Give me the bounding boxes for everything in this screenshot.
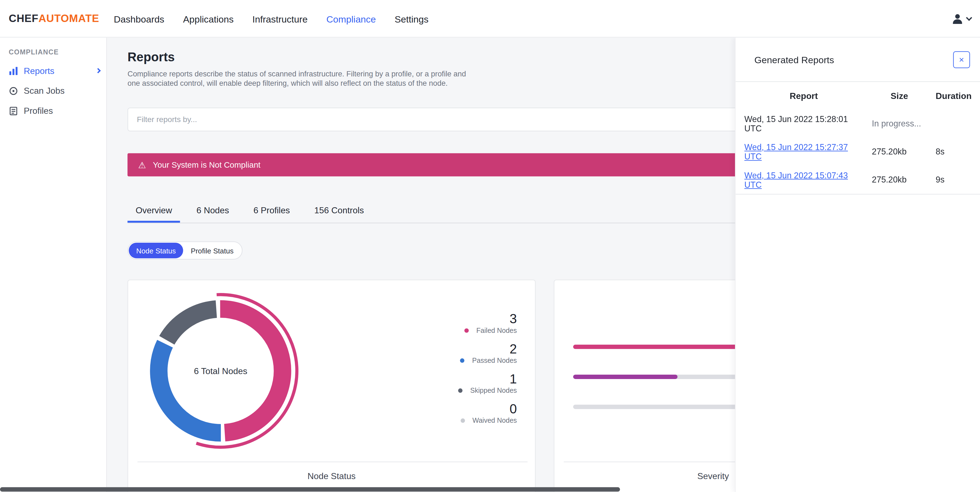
generated-reports-table: Report Size Duration Wed, 15 Jun 2022 15… bbox=[735, 82, 980, 195]
tab-profiles[interactable]: 6 Profiles bbox=[245, 199, 298, 223]
sidebar-item-label: Reports bbox=[24, 66, 54, 75]
legend-item-waived[interactable]: 0 Waived Nodes bbox=[461, 402, 517, 425]
page-description: Compliance reports describe the status o… bbox=[127, 70, 466, 88]
report-size: 275.20kb bbox=[872, 147, 927, 157]
report-timestamp: Wed, 15 Jun 2022 15:28:01 UTC bbox=[745, 114, 863, 133]
report-download-link[interactable]: Wed, 15 Jun 2022 15:27:37 UTC bbox=[745, 142, 863, 161]
panel-header: Generated Reports × bbox=[735, 38, 980, 82]
waived-dot-icon bbox=[461, 419, 465, 423]
sidebar-item-label: Scan Jobs bbox=[24, 86, 65, 96]
nav-settings[interactable]: Settings bbox=[395, 13, 428, 24]
tab-overview[interactable]: Overview bbox=[127, 199, 180, 223]
waived-label: Waived Nodes bbox=[473, 416, 517, 425]
nav-compliance[interactable]: Compliance bbox=[326, 13, 376, 24]
waived-count: 0 bbox=[461, 402, 517, 416]
passed-label: Passed Nodes bbox=[472, 356, 517, 365]
node-status-donut-chart[interactable]: 6 Total Nodes bbox=[136, 286, 305, 455]
panel-title: Generated Reports bbox=[754, 54, 834, 65]
chevron-right-icon bbox=[95, 68, 101, 73]
report-size: In progress... bbox=[872, 119, 927, 128]
column-header-report: Report bbox=[745, 91, 863, 101]
report-duration: 9s bbox=[935, 175, 971, 184]
page-description-line2: one associated control, will enable deep… bbox=[127, 79, 466, 88]
severity-bar-2-fill bbox=[573, 375, 677, 379]
node-status-card: 6 Total Nodes 3 Failed Nodes 2 Passed No… bbox=[127, 280, 536, 492]
passed-dot-icon bbox=[460, 358, 465, 363]
user-profile-icon bbox=[951, 12, 964, 26]
failed-dot-icon bbox=[465, 329, 469, 333]
logo-chef: CHEF bbox=[9, 13, 38, 25]
legend-item-failed[interactable]: 3 Failed Nodes bbox=[465, 312, 517, 335]
tab-nodes[interactable]: 6 Nodes bbox=[188, 199, 237, 223]
close-icon: × bbox=[959, 55, 964, 64]
sidebar-item-label: Profiles bbox=[24, 106, 53, 116]
chef-automate-logo[interactable]: CHEFAUTOMATE bbox=[9, 0, 99, 38]
report-size: 275.20kb bbox=[872, 175, 927, 184]
warning-icon: ⚠ bbox=[138, 161, 146, 169]
chef-automate-app: CHEFAUTOMATE Dashboards Applications Inf… bbox=[0, 0, 980, 492]
report-duration: 8s bbox=[935, 147, 971, 157]
status-toggle-group: Node Status Profile Status bbox=[127, 241, 242, 259]
chevron-down-icon bbox=[966, 14, 972, 21]
close-panel-button[interactable]: × bbox=[953, 51, 970, 68]
column-header-size: Size bbox=[872, 91, 927, 101]
page-title: Reports bbox=[127, 50, 175, 64]
node-status-caption: Node Status bbox=[128, 471, 535, 481]
user-menu[interactable] bbox=[951, 0, 971, 38]
generated-reports-panel: Generated Reports × Report Size Duration… bbox=[735, 38, 980, 492]
table-header-row: Report Size Duration bbox=[745, 82, 971, 109]
column-header-duration: Duration bbox=[935, 91, 972, 101]
sidebar-item-profiles[interactable]: Profiles bbox=[0, 101, 106, 121]
skipped-count: 1 bbox=[458, 372, 517, 386]
bar-chart-icon bbox=[9, 66, 18, 75]
toggle-profile-status[interactable]: Profile Status bbox=[183, 243, 241, 258]
toggle-node-status[interactable]: Node Status bbox=[129, 243, 183, 258]
alert-text: Your System is Not Compliant bbox=[153, 160, 261, 169]
scan-target-icon bbox=[9, 86, 18, 95]
page-description-line1: Compliance reports describe the status o… bbox=[127, 70, 466, 79]
nav-applications[interactable]: Applications bbox=[183, 13, 234, 24]
report-download-link[interactable]: Wed, 15 Jun 2022 15:07:43 UTC bbox=[745, 171, 863, 189]
sidebar-item-scan-jobs[interactable]: Scan Jobs bbox=[0, 81, 106, 101]
skipped-label: Skipped Nodes bbox=[470, 386, 517, 395]
horizontal-scrollbar-thumb[interactable] bbox=[0, 487, 620, 492]
sidebar-item-reports[interactable]: Reports bbox=[0, 61, 106, 81]
tab-controls[interactable]: 156 Controls bbox=[306, 199, 372, 223]
table-row: Wed, 15 Jun 2022 15:27:37 UTC 275.20kb 8… bbox=[745, 138, 971, 166]
failed-label: Failed Nodes bbox=[476, 326, 517, 335]
top-navbar: CHEFAUTOMATE Dashboards Applications Inf… bbox=[0, 0, 980, 38]
table-row: Wed, 15 Jun 2022 15:28:01 UTC In progres… bbox=[745, 109, 971, 137]
failed-count: 3 bbox=[465, 312, 517, 326]
card-divider bbox=[138, 462, 528, 462]
profiles-document-icon bbox=[9, 106, 18, 115]
sidebar-section-label: COMPLIANCE bbox=[9, 48, 106, 56]
legend-item-passed[interactable]: 2 Passed Nodes bbox=[460, 342, 517, 365]
node-status-legend: 3 Failed Nodes 2 Passed Nodes 1 Skipped … bbox=[458, 312, 517, 432]
primary-nav: Dashboards Applications Infrastructure C… bbox=[114, 0, 428, 38]
table-row: Wed, 15 Jun 2022 15:07:43 UTC 275.20kb 9… bbox=[745, 166, 971, 194]
nav-dashboards[interactable]: Dashboards bbox=[114, 13, 164, 24]
passed-count: 2 bbox=[460, 342, 517, 356]
logo-automate: AUTOMATE bbox=[38, 13, 99, 25]
legend-item-skipped[interactable]: 1 Skipped Nodes bbox=[458, 372, 517, 395]
nav-infrastructure[interactable]: Infrastructure bbox=[252, 13, 308, 24]
skipped-dot-icon bbox=[458, 388, 463, 393]
compliance-sidebar: COMPLIANCE Reports Scan Jobs Profiles bbox=[0, 38, 107, 492]
